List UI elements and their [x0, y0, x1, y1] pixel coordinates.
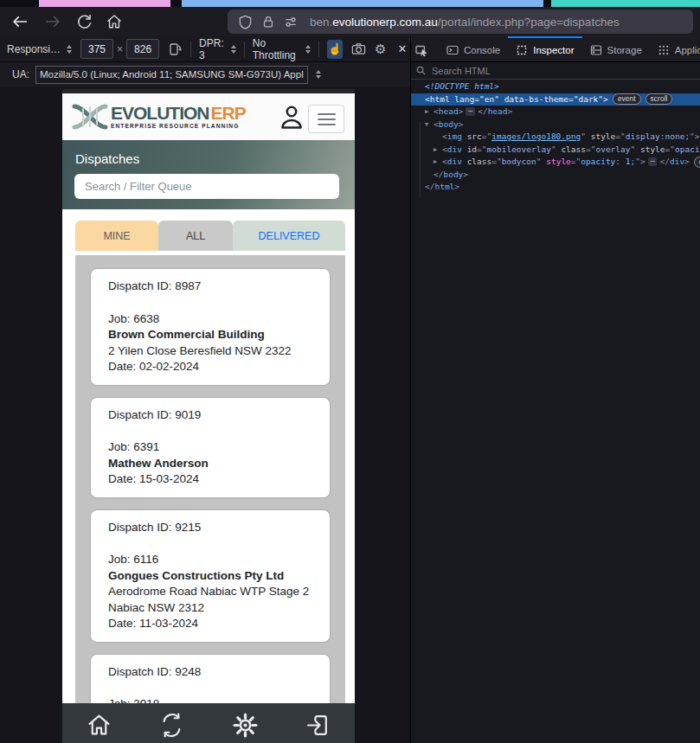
forward-icon[interactable] [40, 10, 66, 34]
syntax-punct: =" [568, 93, 578, 106]
url-bar[interactable]: ben.evolutionerp.com.au/portal/index.php… [228, 10, 693, 34]
dpr-selector[interactable]: DPR: 3 [199, 37, 236, 61]
scroll-badge[interactable]: scroll [645, 93, 673, 105]
tab-storage[interactable]: Storage [582, 36, 650, 61]
nav-logout-icon[interactable] [305, 713, 331, 738]
tab-delivered[interactable]: DELIVERED [233, 221, 345, 251]
dispatch-list: Dispatch ID: 8987Job: 6638Brown Commerci… [75, 255, 345, 703]
html-search-bar[interactable] [411, 62, 700, 80]
inspector-icon [516, 44, 528, 56]
dispatch-card[interactable]: Dispatch ID: 8987Job: 6638Brown Commerci… [91, 269, 330, 385]
dispatch-card[interactable]: Dispatch ID: 9215Job: 6116Gongues Constr… [91, 510, 330, 642]
card-line: Job: 6116 [108, 552, 312, 568]
syntax-punct: =" [665, 144, 675, 157]
rdm-close-icon[interactable]: ✕ [395, 40, 410, 59]
syntax-value: dark [578, 93, 598, 106]
tab-all[interactable]: ALL [158, 221, 233, 251]
expand-arrow-icon[interactable]: ▶ [433, 144, 442, 157]
menu-hamburger-button[interactable] [308, 105, 344, 133]
markup-row[interactable]: ▼<body> [411, 118, 700, 131]
syntax-punct: =" [482, 131, 491, 144]
card-line: Gongues Constructions Pty Ltd [108, 568, 312, 585]
markup-row[interactable]: </body> [411, 169, 700, 182]
tab-mine[interactable]: MINE [75, 221, 158, 251]
back-icon[interactable] [7, 10, 33, 34]
card-line: Aerodrome Road Nabiac WTP Stage 2 [108, 584, 312, 600]
syntax-tag: body [443, 169, 463, 182]
container-tab-color[interactable] [182, 0, 543, 7]
rdm-settings-gear-icon[interactable]: ⚙ [373, 40, 389, 59]
home-icon[interactable] [101, 10, 127, 34]
markup-row[interactable]: ▶<head>⋯</head> [411, 106, 700, 118]
expand-arrow-icon[interactable]: ▶ [425, 106, 433, 118]
viewport-width-input[interactable] [80, 39, 113, 59]
rotate-viewport-icon[interactable] [167, 40, 183, 59]
inline-expand-icon[interactable]: ⋯ [466, 107, 475, 116]
lock-icon[interactable] [261, 15, 275, 29]
nav-refresh-icon[interactable] [159, 713, 184, 738]
html-search-input[interactable] [430, 65, 650, 77]
throttling-selector[interactable]: No Throttling [253, 37, 311, 61]
pick-element-icon[interactable] [410, 36, 433, 61]
reload-icon[interactable] [71, 10, 97, 34]
syntax-punct: =" [615, 131, 625, 144]
syntax-value: overlay [595, 144, 630, 157]
touch-simulation-button[interactable]: ☝ [327, 40, 343, 59]
rdm-stage: EVOLUTIONERP ENTERPRISE RESOURCE PLANNIN… [0, 86, 410, 743]
syntax-value: bodycon [502, 156, 536, 169]
storage-icon [590, 44, 602, 56]
markup-row[interactable]: ▶<div class="bodycon" style="opacity: 1;… [411, 156, 700, 169]
rdm-toolbar: Responsi… × DPR: 3 No Throttling ☝ ⚙ ✕ [0, 36, 410, 62]
markup-row[interactable]: <!DOCTYPE html> [411, 80, 700, 93]
syntax-attr: style [640, 144, 665, 157]
syntax-tag: div [670, 156, 684, 169]
shield-icon[interactable] [238, 15, 253, 29]
syntax-attr: class [561, 144, 586, 157]
ua-stepper[interactable] [316, 70, 321, 79]
card-line: Date: 02-02-2024 [108, 359, 312, 375]
container-tab-color[interactable] [551, 0, 700, 7]
syntax-punct: </ [433, 169, 443, 182]
nav-home-icon[interactable] [87, 713, 112, 738]
device-selector[interactable]: Responsi… [7, 43, 72, 55]
screenshot-camera-icon[interactable] [350, 40, 366, 59]
syntax-punct: =" [586, 144, 595, 157]
logo-wordmark: EVOLUTIONERP [111, 104, 246, 122]
markup-row[interactable]: </html> [411, 181, 700, 194]
nav-settings-gear-icon[interactable] [233, 713, 258, 738]
over-badge[interactable]: over [694, 157, 700, 168]
expand-arrow-icon[interactable]: ▼ [425, 118, 433, 131]
event-badge[interactable]: event [613, 93, 641, 105]
syntax-attr: class [467, 156, 492, 169]
tab-application[interactable]: Application [650, 36, 700, 61]
browser-tab-strip [0, 0, 700, 7]
syntax-tag: img [447, 131, 462, 144]
card-line: Dispatch ID: 9019 [108, 407, 312, 424]
syntax-value: display:none; [626, 131, 690, 144]
syntax-attr: lang [454, 93, 474, 106]
tab-inspector[interactable]: Inspector [508, 36, 581, 61]
inline-expand-icon[interactable]: ⋯ [648, 157, 658, 166]
syntax-attr: data-bs-theme [504, 93, 568, 106]
logo-tagline: ENTERPRISE RESOURCE PLANNING [111, 124, 246, 130]
profile-person-icon[interactable] [279, 104, 305, 131]
permissions-icon[interactable] [284, 15, 299, 29]
markup-row[interactable]: <img src="images/logo180.png" style="dis… [411, 131, 700, 144]
queue-search-input[interactable] [74, 174, 339, 199]
card-line: Mathew Anderson [108, 456, 312, 472]
markup-row[interactable]: ▶<div id="mobileoverlay" class="overlay"… [411, 144, 700, 157]
markup-tree: <!DOCTYPE html><html lang="en" data-bs-t… [411, 80, 700, 194]
syntax-attr: style [591, 131, 616, 144]
tab-console[interactable]: Console [439, 36, 508, 61]
ua-input[interactable] [35, 66, 308, 84]
dispatch-card[interactable]: Dispatch ID: 9248Job: 3918 [91, 655, 330, 704]
container-tab-color[interactable] [39, 0, 170, 7]
syntax-link: images/logo180.png [491, 131, 581, 144]
syntax-value: en [485, 93, 494, 106]
viewport-height-input[interactable] [126, 39, 159, 59]
syntax-mutval: opacity: 1; [581, 156, 635, 169]
markup-row-selected[interactable]: <html lang="en" data-bs-theme="dark">eve… [411, 93, 700, 106]
dispatch-card[interactable]: Dispatch ID: 9019Job: 6391Mathew Anderso… [91, 398, 330, 497]
page-header-section: Dispatches [62, 140, 355, 209]
expand-arrow-icon[interactable]: ▶ [433, 156, 442, 169]
